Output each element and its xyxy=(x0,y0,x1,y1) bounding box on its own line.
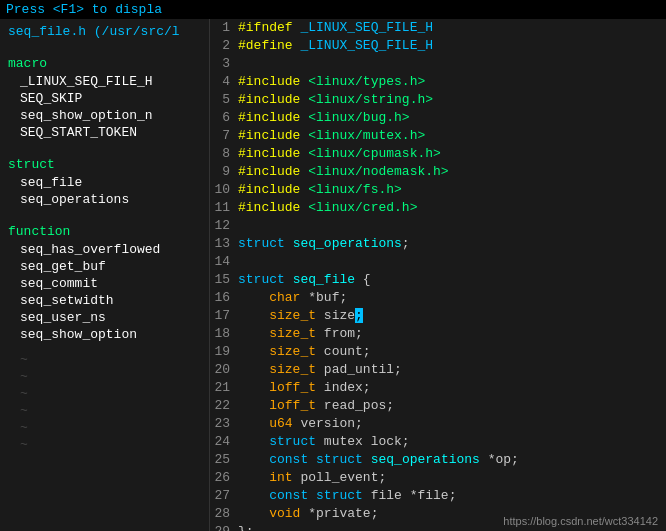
line-num-20: 20 xyxy=(210,361,238,379)
sidebar-item-seq-skip[interactable]: SEQ_SKIP xyxy=(0,90,209,107)
line-num-3: 3 xyxy=(210,55,238,73)
code-line-14: 14 xyxy=(210,253,666,271)
sidebar-item-seq-setwidth[interactable]: seq_setwidth xyxy=(0,292,209,309)
line-num-19: 19 xyxy=(210,343,238,361)
sidebar-tilde-2: ~ xyxy=(0,368,209,385)
line-num-13: 13 xyxy=(210,235,238,253)
sidebar-section-struct: struct xyxy=(0,155,209,174)
status-text: Press <F1> to displa xyxy=(6,2,162,17)
code-line-11: 11 #include <linux/cred.h> xyxy=(210,199,666,217)
code-line-24: 24 struct mutex lock; xyxy=(210,433,666,451)
line-code-17: size_t size; xyxy=(238,307,666,325)
line-code-19: size_t count; xyxy=(238,343,666,361)
sidebar-section-macro: macro xyxy=(0,54,209,73)
line-code-1: #ifndef _LINUX_SEQ_FILE_H xyxy=(238,19,666,37)
line-num-17: 17 xyxy=(210,307,238,325)
code-line-17: 17 size_t size; xyxy=(210,307,666,325)
code-line-3: 3 xyxy=(210,55,666,73)
sidebar-section-function: function xyxy=(0,222,209,241)
line-code-9: #include <linux/nodemask.h> xyxy=(238,163,666,181)
line-num-7: 7 xyxy=(210,127,238,145)
code-line-20: 20 size_t pad_until; xyxy=(210,361,666,379)
sidebar-item-seq-show-option-n[interactable]: seq_show_option_n xyxy=(0,107,209,124)
code-line-28: 28 void *private; xyxy=(210,505,666,523)
code-line-9: 9 #include <linux/nodemask.h> xyxy=(210,163,666,181)
line-code-25: const struct seq_operations *op; xyxy=(238,451,666,469)
line-code-20: size_t pad_until; xyxy=(238,361,666,379)
line-code-6: #include <linux/bug.h> xyxy=(238,109,666,127)
sidebar-item-seq-start-token[interactable]: SEQ_START_TOKEN xyxy=(0,124,209,141)
sidebar-item-seq-show-option[interactable]: seq_show_option xyxy=(0,326,209,343)
code-line-27: 27 const struct file *file; xyxy=(210,487,666,505)
line-num-27: 27 xyxy=(210,487,238,505)
sidebar-tilde-4: ~ xyxy=(0,402,209,419)
code-line-16: 16 char *buf; xyxy=(210,289,666,307)
line-num-1: 1 xyxy=(210,19,238,37)
line-num-6: 6 xyxy=(210,109,238,127)
line-num-9: 9 xyxy=(210,163,238,181)
line-num-18: 18 xyxy=(210,325,238,343)
code-line-18: 18 size_t from; xyxy=(210,325,666,343)
code-line-21: 21 loff_t index; xyxy=(210,379,666,397)
line-code-22: loff_t read_pos; xyxy=(238,397,666,415)
line-num-10: 10 xyxy=(210,181,238,199)
code-area: 1 #ifndef _LINUX_SEQ_FILE_H 2 #define _L… xyxy=(210,19,666,531)
sidebar: seq_file.h (/usr/src/l macro _LINUX_SEQ_… xyxy=(0,19,210,531)
line-num-29: 29 xyxy=(210,523,238,531)
sidebar-item-seq-user-ns[interactable]: seq_user_ns xyxy=(0,309,209,326)
line-num-4: 4 xyxy=(210,73,238,91)
line-num-24: 24 xyxy=(210,433,238,451)
code-line-1: 1 #ifndef _LINUX_SEQ_FILE_H xyxy=(210,19,666,37)
line-code-2: #define _LINUX_SEQ_FILE_H xyxy=(238,37,666,55)
sidebar-tilde-6: ~ xyxy=(0,436,209,453)
line-code-7: #include <linux/mutex.h> xyxy=(238,127,666,145)
sidebar-item-seq-has-overflowed[interactable]: seq_has_overflowed xyxy=(0,241,209,258)
sidebar-tilde-1: ~ xyxy=(0,351,209,368)
code-line-2: 2 #define _LINUX_SEQ_FILE_H xyxy=(210,37,666,55)
code-line-15: 15 struct seq_file { xyxy=(210,271,666,289)
code-line-22: 22 loff_t read_pos; xyxy=(210,397,666,415)
line-code-5: #include <linux/string.h> xyxy=(238,91,666,109)
line-code-8: #include <linux/cpumask.h> xyxy=(238,145,666,163)
code-line-29: 29 }; xyxy=(210,523,666,531)
code-line-23: 23 u64 version; xyxy=(210,415,666,433)
line-num-8: 8 xyxy=(210,145,238,163)
line-code-15: struct seq_file { xyxy=(238,271,666,289)
code-line-6: 6 #include <linux/bug.h> xyxy=(210,109,666,127)
line-num-2: 2 xyxy=(210,37,238,55)
line-code-11: #include <linux/cred.h> xyxy=(238,199,666,217)
line-num-11: 11 xyxy=(210,199,238,217)
line-num-22: 22 xyxy=(210,397,238,415)
status-bar: Press <F1> to displa xyxy=(0,0,666,19)
sidebar-item-seq-commit[interactable]: seq_commit xyxy=(0,275,209,292)
code-line-25: 25 const struct seq_operations *op; xyxy=(210,451,666,469)
line-code-18: size_t from; xyxy=(238,325,666,343)
code-line-10: 10 #include <linux/fs.h> xyxy=(210,181,666,199)
line-num-16: 16 xyxy=(210,289,238,307)
code-line-26: 26 int poll_event; xyxy=(210,469,666,487)
line-code-13: struct seq_operations; xyxy=(238,235,666,253)
sidebar-item-linux-seq-file-h[interactable]: _LINUX_SEQ_FILE_H xyxy=(0,73,209,90)
line-code-28: void *private; xyxy=(238,505,666,523)
sidebar-item-seq-get-buf[interactable]: seq_get_buf xyxy=(0,258,209,275)
line-num-25: 25 xyxy=(210,451,238,469)
line-num-26: 26 xyxy=(210,469,238,487)
line-code-23: u64 version; xyxy=(238,415,666,433)
line-num-14: 14 xyxy=(210,253,238,271)
code-line-12: 12 xyxy=(210,217,666,235)
sidebar-tilde-5: ~ xyxy=(0,419,209,436)
sidebar-filename: seq_file.h (/usr/src/l xyxy=(0,23,209,40)
line-code-24: struct mutex lock; xyxy=(238,433,666,451)
sidebar-item-seq-file[interactable]: seq_file xyxy=(0,174,209,191)
line-code-16: char *buf; xyxy=(238,289,666,307)
line-code-10: #include <linux/fs.h> xyxy=(238,181,666,199)
line-num-21: 21 xyxy=(210,379,238,397)
code-line-19: 19 size_t count; xyxy=(210,343,666,361)
sidebar-item-seq-operations[interactable]: seq_operations xyxy=(0,191,209,208)
line-num-28: 28 xyxy=(210,505,238,523)
code-line-7: 7 #include <linux/mutex.h> xyxy=(210,127,666,145)
line-code-4: #include <linux/types.h> xyxy=(238,73,666,91)
code-line-13: 13 struct seq_operations; xyxy=(210,235,666,253)
line-num-15: 15 xyxy=(210,271,238,289)
line-num-12: 12 xyxy=(210,217,238,235)
